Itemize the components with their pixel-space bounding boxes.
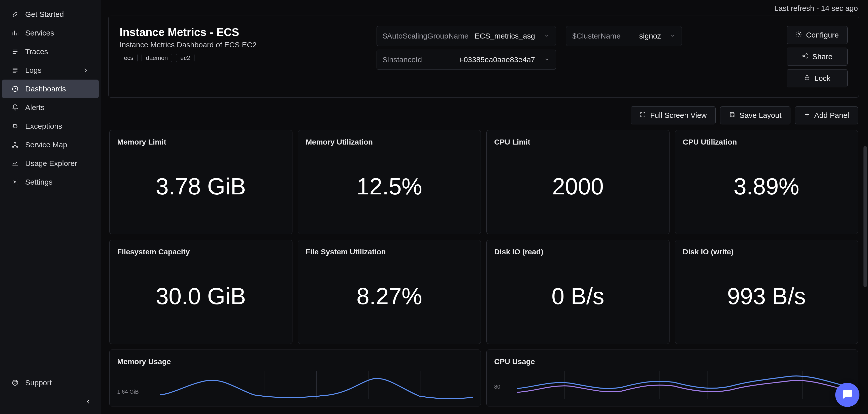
panel-cpu-usage[interactable]: CPU Usage 80	[486, 350, 858, 407]
chevron-right-icon	[82, 66, 90, 74]
panel-title: File System Utilization	[306, 248, 473, 256]
rocket-icon	[11, 10, 19, 19]
y-axis-tick: 80	[494, 384, 500, 390]
fullscreen-button[interactable]: Full Screen View	[631, 106, 716, 124]
button-label: Add Panel	[814, 111, 849, 120]
list-icon	[11, 47, 19, 56]
sidebar-item-label: Exceptions	[25, 122, 62, 130]
panel-title: CPU Utilization	[683, 138, 850, 146]
panel-cpu-limit[interactable]: CPU Limit 2000	[486, 130, 670, 234]
lock-icon	[804, 74, 810, 83]
sidebar-item-logs[interactable]: Logs	[2, 61, 99, 79]
panel-value: 8.27%	[306, 256, 473, 336]
share-icon	[802, 52, 808, 61]
chat-icon	[841, 388, 854, 402]
variable-select-asg[interactable]: $AutoScalingGroupName ECS_metrics_asg	[377, 26, 556, 46]
panel-disk-io-read[interactable]: Disk IO (read) 0 B/s	[486, 240, 670, 344]
dashboard-title: Instance Metrics - ECS	[120, 26, 367, 38]
sidebar-item-label: Service Map	[25, 140, 67, 149]
panel-value: 3.78 GiB	[117, 146, 285, 226]
variable-value: i-03385ea0aae83e4a7	[460, 55, 535, 64]
chat-fab[interactable]	[835, 383, 860, 407]
svg-point-5	[14, 181, 16, 183]
variable-label: $InstanceId	[383, 55, 422, 64]
svg-point-2	[14, 142, 16, 144]
sidebar-item-get-started[interactable]: Get Started	[2, 5, 99, 24]
button-label: Configure	[806, 31, 839, 39]
fullscreen-icon	[640, 111, 646, 120]
gear-icon	[11, 178, 19, 186]
panels-grid: Memory Limit 3.78 GiB Memory Utilization…	[108, 130, 859, 407]
sidebar-item-usage-explorer[interactable]: Usage Explorer	[2, 154, 99, 173]
chart-cpu-usage: 80	[494, 371, 850, 399]
svg-rect-12	[805, 77, 809, 80]
toolbar: Full Screen View Save Layout Add Panel	[108, 98, 859, 130]
sidebar-item-service-map[interactable]: Service Map	[2, 135, 99, 154]
panel-memory-usage[interactable]: Memory Usage 1.64 GiB	[109, 350, 481, 407]
logs-icon	[11, 66, 19, 74]
panel-value: 3.89%	[683, 146, 850, 226]
chart-line-icon	[11, 159, 19, 167]
dashboard-header: Instance Metrics - ECS Instance Metrics …	[108, 15, 859, 98]
tag: daemon	[142, 54, 172, 62]
variable-value: ECS_metrics_asg	[474, 32, 535, 40]
sidebar: Get Started Services Traces Logs	[0, 0, 101, 414]
chart-memory-usage: 1.64 GiB	[117, 371, 473, 399]
tag: ec2	[176, 54, 194, 62]
panel-title: Memory Utilization	[306, 138, 473, 146]
variable-label: $ClusterName	[572, 32, 621, 40]
chevron-down-icon	[544, 32, 550, 40]
panel-filesystem-capacity[interactable]: Filesystem Capacity 30.0 GiB	[109, 240, 292, 344]
bell-icon	[11, 103, 19, 112]
lock-button[interactable]: Lock	[787, 69, 847, 87]
share-button[interactable]: Share	[787, 47, 847, 66]
panel-cpu-utilization[interactable]: CPU Utilization 3.89%	[675, 130, 858, 234]
panel-memory-limit[interactable]: Memory Limit 3.78 GiB	[109, 130, 292, 234]
sidebar-item-label: Alerts	[25, 103, 44, 112]
last-refresh-text: Last refresh - 14 sec ago	[108, 3, 859, 15]
sidebar-item-label: Settings	[25, 178, 52, 186]
tag-row: ecs daemon ec2	[120, 54, 367, 62]
save-layout-button[interactable]: Save Layout	[720, 106, 790, 124]
configure-button[interactable]: Configure	[787, 26, 847, 44]
variable-select-cluster[interactable]: $ClusterName signoz	[566, 26, 682, 46]
chevron-left-icon	[85, 398, 92, 407]
sidebar-item-dashboards[interactable]: Dashboards	[2, 79, 99, 98]
sidebar-item-label: Logs	[25, 66, 41, 74]
variable-select-instance[interactable]: $InstanceId i-03385ea0aae83e4a7	[377, 50, 556, 70]
sidebar-item-settings[interactable]: Settings	[2, 173, 99, 191]
main-content: Last refresh - 14 sec ago Instance Metri…	[101, 0, 868, 414]
sidebar-item-exceptions[interactable]: Exceptions	[2, 117, 99, 135]
panel-value: 12.5%	[306, 146, 473, 226]
sidebar-item-alerts[interactable]: Alerts	[2, 98, 99, 117]
panel-value: 993 B/s	[683, 256, 850, 336]
sidebar-item-traces[interactable]: Traces	[2, 42, 99, 61]
bug-icon	[11, 122, 19, 130]
sidebar-collapse-button[interactable]	[0, 394, 101, 411]
panel-value: 2000	[494, 146, 662, 226]
sidebar-item-support[interactable]: Support	[2, 374, 99, 392]
button-label: Save Layout	[740, 111, 782, 120]
bars-icon	[11, 29, 19, 37]
panel-memory-utilization[interactable]: Memory Utilization 12.5%	[298, 130, 481, 234]
lifebuoy-icon	[11, 379, 19, 387]
panel-value: 30.0 GiB	[117, 256, 285, 336]
panel-filesystem-utilization[interactable]: File System Utilization 8.27%	[298, 240, 481, 344]
dashboard-icon	[11, 85, 19, 93]
panel-value: 0 B/s	[494, 256, 662, 336]
chevron-down-icon	[544, 55, 550, 64]
panel-disk-io-write[interactable]: Disk IO (write) 993 B/s	[675, 240, 858, 344]
scrollbar-thumb[interactable]	[864, 146, 867, 287]
panel-title: CPU Usage	[494, 357, 850, 366]
sidebar-item-label: Dashboards	[25, 85, 66, 93]
button-label: Share	[812, 52, 833, 61]
sidebar-item-label: Support	[25, 379, 52, 387]
variable-value: signoz	[639, 32, 661, 40]
svg-point-8	[798, 33, 800, 35]
sidebar-item-label: Usage Explorer	[25, 159, 77, 168]
sidebar-item-label: Services	[25, 29, 54, 37]
add-panel-button[interactable]: Add Panel	[795, 106, 858, 124]
sidebar-item-services[interactable]: Services	[2, 24, 99, 42]
svg-point-7	[14, 382, 16, 384]
panel-title: CPU Limit	[494, 138, 662, 146]
